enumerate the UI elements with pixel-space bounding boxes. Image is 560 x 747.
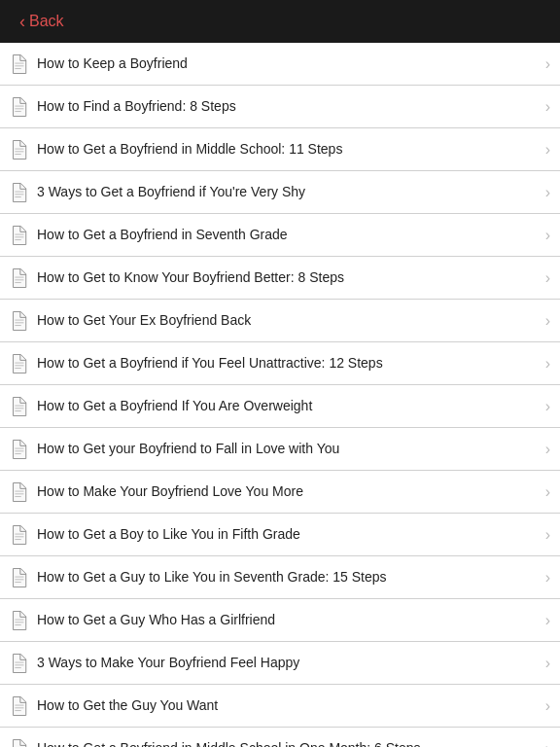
item-text: How to Get a Boyfriend in Middle School … xyxy=(37,731,540,747)
doc-icon xyxy=(8,353,29,374)
chevron-icon: › xyxy=(545,655,550,672)
item-text: How to Get a Boy to Like You in Fifth Gr… xyxy=(37,517,540,551)
chevron-icon: › xyxy=(545,398,550,415)
chevron-icon: › xyxy=(545,184,550,201)
doc-icon xyxy=(8,567,29,588)
item-text: How to Find a Boyfriend: 8 Steps xyxy=(37,89,540,123)
back-label: Back xyxy=(29,13,64,30)
item-text: 3 Ways to Get a Boyfriend if You're Very… xyxy=(37,175,540,208)
chevron-icon: › xyxy=(545,740,550,748)
doc-icon xyxy=(8,524,29,546)
item-text: How to Get a Guy Who Has a Girlfriend xyxy=(37,603,540,636)
doc-icon xyxy=(8,481,29,503)
doc-icon xyxy=(8,225,29,246)
item-text: How to Get a Boyfriend If You Are Overwe… xyxy=(37,389,540,422)
list-item[interactable]: How to Get a Boyfriend in Middle School … xyxy=(0,728,560,747)
item-text: 3 Ways to Make Your Boyfriend Feel Happy xyxy=(37,646,540,679)
doc-icon xyxy=(8,310,29,332)
list-item[interactable]: How to Get your Boyfriend to Fall in Lov… xyxy=(0,428,560,471)
list-item[interactable]: How to Keep a Boyfriend › xyxy=(0,43,560,86)
doc-icon xyxy=(8,182,29,203)
list-item[interactable]: How to Get a Boyfriend in Middle School:… xyxy=(0,128,560,171)
list-item[interactable]: How to Get a Guy to Like You in Seventh … xyxy=(0,556,560,599)
chevron-icon: › xyxy=(545,312,550,330)
item-text: How to Get Your Ex Boyfriend Back xyxy=(37,303,540,337)
chevron-icon: › xyxy=(545,55,550,73)
list-item[interactable]: How to Get the Guy You Want › xyxy=(0,685,560,728)
item-text: How to Get to Know Your Boyfriend Better… xyxy=(37,261,540,294)
chevron-icon: › xyxy=(545,141,550,159)
item-text: How to Get a Guy to Like You in Seventh … xyxy=(37,560,540,593)
chevron-icon: › xyxy=(545,569,550,587)
list-item[interactable]: How to Get Your Ex Boyfriend Back › xyxy=(0,300,560,342)
list-item[interactable]: How to Get a Boy to Like You in Fifth Gr… xyxy=(0,514,560,556)
doc-icon xyxy=(8,610,29,631)
list-item[interactable]: How to Get a Boyfriend if You Feel Unatt… xyxy=(0,342,560,385)
list-item[interactable]: How to Get a Boyfriend If You Are Overwe… xyxy=(0,385,560,428)
doc-icon xyxy=(8,96,29,118)
doc-icon xyxy=(8,267,29,289)
chevron-icon: › xyxy=(545,697,550,715)
back-button[interactable]: ‹ Back xyxy=(12,8,72,36)
item-text: How to Get your Boyfriend to Fall in Lov… xyxy=(37,432,540,465)
doc-icon xyxy=(8,738,29,748)
item-text: How to Get a Boyfriend if You Feel Unatt… xyxy=(37,346,540,379)
chevron-icon: › xyxy=(545,98,550,116)
item-text: How to Keep a Boyfriend xyxy=(37,47,540,80)
doc-icon xyxy=(8,695,29,717)
chevron-icon: › xyxy=(545,612,550,629)
doc-icon xyxy=(8,439,29,460)
item-text: How to Make Your Boyfriend Love You More xyxy=(37,475,540,508)
list-item[interactable]: 3 Ways to Get a Boyfriend if You're Very… xyxy=(0,171,560,214)
navigation-bar: ‹ Back xyxy=(0,0,560,43)
chevron-icon: › xyxy=(545,269,550,287)
doc-icon xyxy=(8,396,29,417)
doc-icon xyxy=(8,653,29,674)
chevron-icon: › xyxy=(545,355,550,373)
list-container: How to Keep a Boyfriend › How to Find a … xyxy=(0,43,560,747)
chevron-icon: › xyxy=(545,441,550,458)
doc-icon xyxy=(8,53,29,75)
chevron-icon: › xyxy=(545,227,550,244)
item-text: How to Get a Boyfriend in Seventh Grade xyxy=(37,218,540,251)
list-item[interactable]: 3 Ways to Make Your Boyfriend Feel Happy… xyxy=(0,642,560,685)
doc-icon xyxy=(8,139,29,160)
list-item[interactable]: How to Get to Know Your Boyfriend Better… xyxy=(0,257,560,300)
back-arrow-icon: ‹ xyxy=(19,12,25,32)
list-item[interactable]: How to Get a Guy Who Has a Girlfriend › xyxy=(0,599,560,642)
item-text: How to Get a Boyfriend in Middle School:… xyxy=(37,132,540,165)
list-item[interactable]: How to Make Your Boyfriend Love You More… xyxy=(0,471,560,514)
item-text: How to Get the Guy You Want xyxy=(37,689,540,722)
chevron-icon: › xyxy=(545,526,550,544)
list-item[interactable]: How to Find a Boyfriend: 8 Steps › xyxy=(0,86,560,128)
list-item[interactable]: How to Get a Boyfriend in Seventh Grade … xyxy=(0,214,560,257)
chevron-icon: › xyxy=(545,483,550,501)
